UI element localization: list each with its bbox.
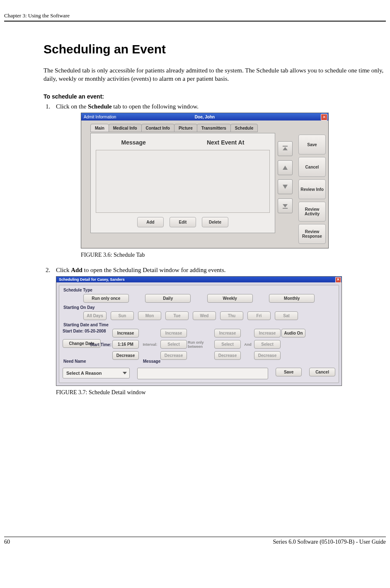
- tab-main[interactable]: Main: [90, 124, 109, 132]
- scheduling-detail-window: Scheduling Detail for Casey, Sanders ✕ S…: [56, 276, 342, 386]
- footer-right: Series 6.0 Software (0510-1079-B) - User…: [273, 539, 386, 545]
- audio-on-button[interactable]: Audio On: [281, 329, 305, 337]
- save-button[interactable]: Save: [276, 368, 302, 376]
- tab-medical-info[interactable]: Medical Info: [109, 124, 142, 132]
- tab-contact-info[interactable]: Contact Info: [141, 124, 174, 132]
- step1-bold: Schedule: [88, 103, 112, 110]
- svg-rect-1: [283, 208, 288, 209]
- and-label: And: [242, 342, 254, 347]
- step1-text-a: Click on the: [56, 103, 88, 110]
- message-input[interactable]: [137, 368, 269, 379]
- schedule-tab-window: Admit Information Doe, John ✕ Main Medic…: [81, 113, 329, 248]
- page-title: Scheduling an Event: [44, 42, 386, 56]
- decrease-time-button[interactable]: Decrease: [112, 351, 139, 360]
- tab-picture[interactable]: Picture: [174, 124, 197, 132]
- step-2: Click Add to open the Scheduling Detail …: [52, 267, 386, 396]
- day-thu[interactable]: Thu: [220, 311, 243, 320]
- step2-bold: Add: [71, 267, 82, 273]
- weekly-button[interactable]: Weekly: [207, 294, 253, 303]
- titlebar: Admit Information Doe, John ✕: [81, 113, 328, 120]
- delete-button[interactable]: Delete: [202, 217, 228, 227]
- figure-3-7-caption: FIGURE 3.7: Schedule Detail window: [56, 389, 386, 396]
- interval-label: Interval:: [140, 342, 160, 347]
- increase-interval-button[interactable]: Increase: [160, 329, 187, 337]
- arrow-top-icon[interactable]: [278, 141, 293, 156]
- decrease-interval-button[interactable]: Decrease: [160, 351, 187, 360]
- day-wed[interactable]: Wed: [193, 311, 216, 320]
- event-list[interactable]: [96, 150, 270, 213]
- review-activity-button[interactable]: Review Activity: [298, 202, 326, 222]
- header-rule: [4, 21, 386, 22]
- day-sat[interactable]: Sat: [275, 311, 298, 320]
- day-tue[interactable]: Tue: [165, 311, 189, 320]
- titlebar-left: Admit Information: [84, 115, 116, 119]
- tab-schedule[interactable]: Schedule: [230, 124, 258, 132]
- day-sun[interactable]: Sun: [111, 311, 134, 320]
- step2-text-a: Click: [56, 267, 71, 273]
- save-button[interactable]: Save: [298, 135, 326, 154]
- increase-to-button[interactable]: Increase: [254, 329, 281, 337]
- intro-text: The Scheduled tab is only accessible for…: [44, 67, 386, 83]
- titlebar: Scheduling Detail for Casey, Sanders ✕: [56, 277, 342, 282]
- chevron-down-icon: [123, 372, 127, 374]
- day-mon[interactable]: Mon: [138, 311, 161, 320]
- step1-text-c: tab to open the following window.: [112, 103, 199, 110]
- message-label: Message: [143, 359, 160, 364]
- col-message: Message: [121, 139, 146, 146]
- review-response-button[interactable]: Review Response: [298, 224, 326, 244]
- increase-time-button[interactable]: Increase: [112, 329, 139, 337]
- decrease-to-button[interactable]: Decrease: [254, 351, 281, 360]
- step-1: Click on the Schedule tab to open the fo…: [52, 103, 386, 258]
- run-only-between-label: Run only between: [188, 340, 214, 349]
- cancel-button[interactable]: Cancel: [309, 368, 335, 376]
- day-all[interactable]: All Days: [83, 311, 107, 320]
- step2-text-c: to open the Scheduling Detail window for…: [82, 267, 226, 273]
- between-to-select[interactable]: Select: [254, 340, 281, 349]
- day-fri[interactable]: Fri: [247, 311, 271, 320]
- decrease-from-button[interactable]: Decrease: [214, 351, 241, 360]
- subhead: To schedule an event:: [44, 93, 386, 100]
- list-pane: Message Next Event At Add Edit Delete: [90, 133, 275, 233]
- monthly-button[interactable]: Monthly: [269, 294, 315, 303]
- svg-rect-0: [283, 146, 288, 147]
- interval-select[interactable]: Select: [160, 340, 187, 349]
- start-time-label: Start Time:: [87, 342, 111, 347]
- arrow-up-icon[interactable]: [278, 160, 293, 175]
- add-button[interactable]: Add: [137, 217, 164, 227]
- start-time-value[interactable]: 1:16 PM: [112, 340, 139, 349]
- increase-from-button[interactable]: Increase: [214, 329, 241, 337]
- titlebar-center: Doe, John: [195, 115, 215, 119]
- close-icon[interactable]: ✕: [321, 114, 327, 120]
- footer-rule: [4, 537, 386, 537]
- tab-transmitters[interactable]: Transmitters: [197, 124, 231, 132]
- tabs-row: Main Medical Info Contact Info Picture T…: [81, 120, 328, 132]
- between-from-select[interactable]: Select: [214, 340, 241, 349]
- start-date-label: Start Date: 05-20-2008: [63, 329, 112, 333]
- starting-date-time-label: Starting Date and Time: [63, 323, 335, 327]
- col-next-event: Next Event At: [207, 139, 245, 146]
- daily-button[interactable]: Daily: [145, 294, 191, 303]
- schedule-type-label: Schedule Type: [63, 288, 335, 292]
- figure-3-6-caption: FIGURE 3.6: Schedule Tab: [81, 252, 386, 258]
- starting-on-day-label: Starting On Day: [63, 305, 335, 310]
- edit-button[interactable]: Edit: [170, 217, 196, 227]
- arrow-down-icon[interactable]: [278, 179, 293, 194]
- arrow-bottom-icon[interactable]: [278, 198, 293, 213]
- close-icon[interactable]: ✕: [335, 277, 341, 283]
- cancel-button[interactable]: Cancel: [298, 157, 326, 177]
- titlebar-text: Scheduling Detail for Casey, Sanders: [59, 277, 125, 282]
- need-name-label: Need Name: [63, 359, 126, 364]
- reason-dropdown[interactable]: Select A Reason: [63, 368, 130, 378]
- page-number: 60: [4, 539, 10, 545]
- reason-selected: Select A Reason: [66, 371, 102, 376]
- run-once-button[interactable]: Run only once: [83, 294, 129, 303]
- review-info-button[interactable]: Review Info: [298, 179, 326, 199]
- chapter-header: Chapter 3: Using the Software: [4, 12, 386, 19]
